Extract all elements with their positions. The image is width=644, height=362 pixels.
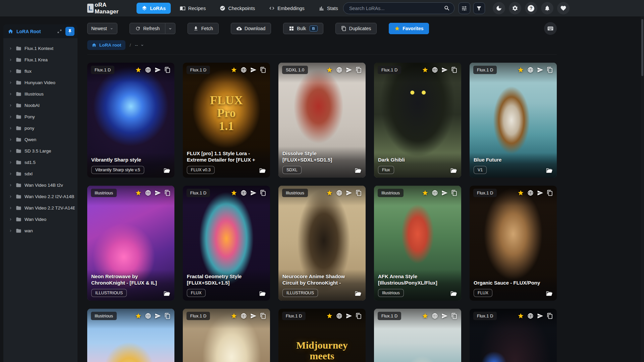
sidebar-folder-item[interactable]: Flux.1 Krea <box>3 54 77 65</box>
copy-icon[interactable] <box>547 190 553 196</box>
open-folder-icon[interactable] <box>259 167 266 174</box>
send-icon[interactable] <box>155 67 161 73</box>
breadcrumb-root[interactable]: LoRA root <box>87 40 125 50</box>
lora-card[interactable]: Flux.1 D Blue Future V1 <box>470 63 557 178</box>
lora-card[interactable]: Midjourney meets FLUX Flux.1 D <box>278 309 366 362</box>
globe-icon[interactable] <box>527 190 534 196</box>
favorites-filter-button[interactable]: Favorites <box>389 23 429 34</box>
send-icon[interactable] <box>537 190 543 196</box>
globe-icon[interactable] <box>145 67 151 73</box>
sidebar-folder-item[interactable]: Pony <box>3 111 77 122</box>
copy-icon[interactable] <box>356 190 362 196</box>
globe-icon[interactable] <box>432 313 438 319</box>
globe-icon[interactable] <box>145 190 151 196</box>
favorite-star-icon[interactable] <box>326 313 333 319</box>
globe-icon[interactable] <box>527 313 534 319</box>
copy-icon[interactable] <box>356 67 362 73</box>
copy-icon[interactable] <box>451 190 458 196</box>
app-logo[interactable]: L oRA Manager <box>87 2 121 15</box>
open-folder-icon[interactable] <box>355 167 362 174</box>
sidebar-root-link[interactable]: LoRA Root <box>16 29 56 34</box>
lora-card[interactable]: SDXL 1.0 Dissolve Style [FLUX+SDXL+SD1.5… <box>278 63 366 178</box>
open-folder-icon[interactable] <box>546 167 553 174</box>
collapse-tree-button[interactable] <box>56 28 63 35</box>
send-icon[interactable] <box>441 67 448 73</box>
page-scrollbar-thumb[interactable] <box>641 19 643 76</box>
globe-icon[interactable] <box>336 67 342 73</box>
globe-icon[interactable] <box>145 313 151 319</box>
favorite-star-icon[interactable] <box>518 190 524 196</box>
copy-icon[interactable] <box>164 313 171 319</box>
favorite-star-icon[interactable] <box>518 313 524 319</box>
favorite-star-icon[interactable] <box>135 313 142 319</box>
download-button[interactable]: Download <box>231 23 271 34</box>
sort-dropdown[interactable]: Newest <box>87 23 117 34</box>
sidebar-folder-item[interactable]: Wan Video 14B t2v <box>3 179 77 191</box>
favorite-star-icon[interactable] <box>135 67 142 73</box>
notifications-button[interactable] <box>541 2 553 14</box>
sidebar-folder-item[interactable]: pony <box>3 122 77 134</box>
refresh-button[interactable]: Refresh <box>129 23 165 34</box>
lora-card[interactable]: Flux.1 D <box>183 309 270 362</box>
copy-icon[interactable] <box>547 313 553 319</box>
copy-icon[interactable] <box>451 313 458 319</box>
favorite-star-icon[interactable] <box>518 67 524 73</box>
theme-toggle-button[interactable] <box>493 2 505 14</box>
refresh-options-button[interactable] <box>165 23 175 34</box>
favorite-star-icon[interactable] <box>231 67 237 73</box>
lora-card[interactable]: Flux.1 D <box>374 309 461 362</box>
globe-icon[interactable] <box>240 190 247 196</box>
search-input[interactable] <box>343 2 454 14</box>
lora-card[interactable]: Illustrious Neurocore Anime Shadow Circu… <box>278 186 366 301</box>
copy-icon[interactable] <box>260 190 266 196</box>
send-icon[interactable] <box>346 313 352 319</box>
copy-icon[interactable] <box>164 67 171 73</box>
favorite-star-icon[interactable] <box>326 67 333 73</box>
open-folder-icon[interactable] <box>546 290 553 297</box>
sidebar-folder-item[interactable]: Wan Video 2.2 I2V-A14B <box>3 191 77 202</box>
tab-embeddings[interactable]: Embeddings <box>264 3 310 14</box>
sidebar-folder-item[interactable]: sd1.5 <box>3 157 77 168</box>
send-icon[interactable] <box>537 313 543 319</box>
sidebar-folder-item[interactable]: Wan Video 2.2 T2V-A14B <box>3 202 77 214</box>
search-icon[interactable] <box>444 5 450 11</box>
pin-sidebar-button[interactable] <box>65 27 74 36</box>
sidebar-folder-item[interactable]: NoobAI <box>3 100 77 111</box>
copy-icon[interactable] <box>164 190 171 196</box>
keyboard-shortcuts-button[interactable] <box>544 22 557 35</box>
sidebar-folder-item[interactable]: Wan Video <box>3 214 77 225</box>
copy-icon[interactable] <box>356 313 362 319</box>
sidebar-folder-item[interactable]: SD 3.5 Large <box>3 145 77 157</box>
send-icon[interactable] <box>346 190 352 196</box>
favorite-star-icon[interactable] <box>231 190 237 196</box>
globe-icon[interactable] <box>336 313 342 319</box>
tab-loras[interactable]: LoRAs <box>137 3 171 14</box>
duplicates-button[interactable]: Duplicates <box>335 23 377 34</box>
sidebar-folder-item[interactable]: Flux.1 Kontext <box>3 43 77 54</box>
globe-icon[interactable] <box>432 190 438 196</box>
copy-icon[interactable] <box>260 67 266 73</box>
send-icon[interactable] <box>250 67 257 73</box>
lora-card[interactable]: FLUX Pro 1.1 Flux.1 D FLUX [pro] 1.1 Sty… <box>183 63 270 178</box>
send-icon[interactable] <box>441 313 448 319</box>
lora-card[interactable]: Illustrious Neon Retrowave by ChronoKnig… <box>87 186 174 301</box>
open-folder-icon[interactable] <box>163 167 170 174</box>
settings-button[interactable] <box>509 2 521 14</box>
sidebar-folder-item[interactable]: wan <box>3 225 77 236</box>
globe-icon[interactable] <box>527 67 534 73</box>
filter-button[interactable] <box>473 2 485 14</box>
help-button[interactable]: ? <box>525 2 537 14</box>
sidebar-folder-item[interactable]: sdxl <box>3 168 77 179</box>
sidebar-folder-item[interactable]: Illustrious <box>3 88 77 100</box>
send-icon[interactable] <box>155 313 161 319</box>
favorite-star-icon[interactable] <box>422 190 428 196</box>
favorite-star-icon[interactable] <box>326 190 333 196</box>
lora-card[interactable]: Flux.1 D Vibrantly Sharp style Vibrantly… <box>87 63 174 178</box>
bulk-button[interactable]: Bulk B <box>283 23 323 34</box>
sidebar-folder-item[interactable]: Hunyuan Video <box>3 77 77 88</box>
lora-card[interactable]: Flux.1 D Dark Ghibli Flux <box>374 63 461 178</box>
copy-icon[interactable] <box>451 67 458 73</box>
open-folder-icon[interactable] <box>163 290 170 297</box>
open-folder-icon[interactable] <box>259 290 266 297</box>
fetch-button[interactable]: Fetch <box>187 23 219 34</box>
